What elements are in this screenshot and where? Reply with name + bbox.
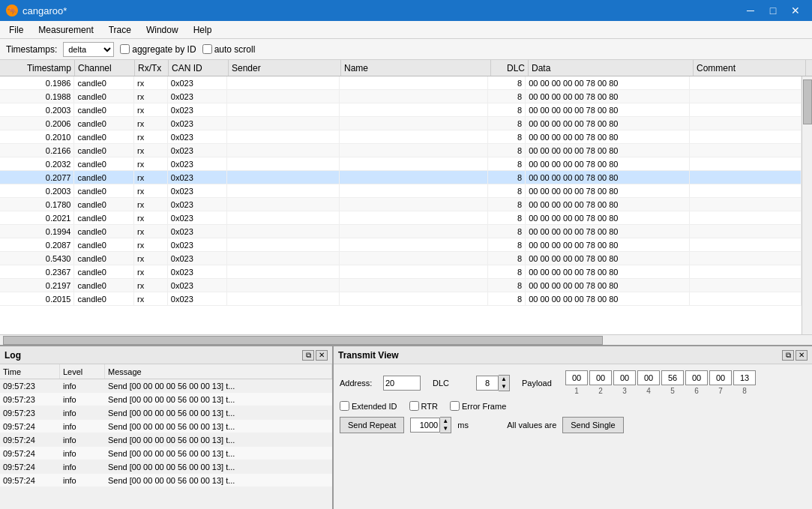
- cell-channel: candle0: [74, 211, 134, 224]
- cell-timestamp: 0.1994: [0, 225, 74, 238]
- trace-row[interactable]: 0.2010 candle0 rx 0x023 8 00 00 00 00 00…: [0, 130, 802, 144]
- log-cell-level: info: [60, 447, 105, 460]
- header-dlc: DLC: [491, 60, 529, 76]
- aggregate-checkbox-label[interactable]: aggregate by ID: [120, 44, 196, 55]
- cell-dlc: 8: [488, 238, 526, 251]
- cell-canid: 0x023: [168, 238, 228, 251]
- log-row[interactable]: 09:57:23 info Send [00 00 00 00 56 00 00…: [0, 406, 332, 420]
- menu-help[interactable]: Help: [187, 23, 218, 37]
- payload-byte-1[interactable]: [565, 370, 588, 385]
- trace-row[interactable]: 0.1986 candle0 rx 0x023 8 00 00 00 00 00…: [0, 76, 802, 90]
- trace-row[interactable]: 0.2077 candle0 rx 0x023 8 00 00 00 00 00…: [0, 171, 802, 184]
- timestamps-select[interactable]: delta absolute relative: [63, 42, 114, 57]
- cell-data: 00 00 00 00 00 78 00 80: [526, 90, 690, 103]
- aggregate-checkbox[interactable]: [120, 44, 130, 54]
- cell-sender: [227, 171, 339, 184]
- trace-row[interactable]: 0.2021 candle0 rx 0x023 8 00 00 00 00 00…: [0, 211, 802, 225]
- cell-channel: candle0: [74, 292, 134, 305]
- payload-byte-8[interactable]: [733, 370, 756, 385]
- cell-timestamp: 0.2010: [0, 130, 74, 143]
- trace-row[interactable]: 0.1988 candle0 rx 0x023 8 00 00 00 00 00…: [0, 90, 802, 103]
- log-cell-time: 09:57:23: [0, 393, 60, 406]
- menu-window[interactable]: Window: [140, 23, 184, 37]
- trace-row[interactable]: 0.2087 candle0 rx 0x023 8 00 00 00 00 00…: [0, 238, 802, 252]
- cell-canid: 0x023: [168, 144, 228, 157]
- cell-comment: [690, 171, 802, 184]
- trace-row[interactable]: 0.2367 candle0 rx 0x023 8 00 00 00 00 00…: [0, 265, 802, 279]
- dlc-increment[interactable]: ▲: [499, 376, 509, 383]
- log-row[interactable]: 09:57:24 info Send [00 00 00 00 56 00 00…: [0, 420, 332, 433]
- aggregate-label: aggregate by ID: [132, 44, 196, 55]
- autoscroll-checkbox[interactable]: [202, 44, 212, 54]
- rtr-checkbox-label[interactable]: RTR: [409, 401, 438, 411]
- payload-byte-6[interactable]: [685, 370, 708, 385]
- cell-timestamp: 0.1988: [0, 90, 74, 103]
- log-row[interactable]: 09:57:23 info Send [00 00 00 00 56 00 00…: [0, 379, 332, 393]
- dlc-decrement[interactable]: ▼: [499, 383, 509, 391]
- payload-byte-4[interactable]: [637, 370, 660, 385]
- error-frame-checkbox-label[interactable]: Error Frame: [450, 401, 506, 411]
- payload-num-3: 3: [613, 387, 636, 395]
- minimize-button[interactable]: ─: [740, 3, 761, 18]
- dlc-input[interactable]: [476, 376, 499, 391]
- trace-row[interactable]: 0.2197 candle0 rx 0x023 8 00 00 00 00 00…: [0, 279, 802, 292]
- cell-channel: candle0: [74, 103, 134, 116]
- cell-sender: [227, 144, 339, 157]
- log-panel-close[interactable]: ✕: [316, 350, 328, 361]
- cell-dlc: 8: [488, 171, 526, 184]
- trace-row[interactable]: 0.2015 candle0 rx 0x023 8 00 00 00 00 00…: [0, 292, 802, 306]
- log-row[interactable]: 09:57:23 info Send [00 00 00 00 56 00 00…: [0, 393, 332, 406]
- close-button[interactable]: ✕: [785, 3, 806, 18]
- maximize-button[interactable]: □: [763, 3, 784, 18]
- payload-byte-5[interactable]: [661, 370, 684, 385]
- transmit-panel-close[interactable]: ✕: [796, 350, 808, 361]
- cell-dlc: 8: [488, 198, 526, 211]
- trace-vertical-scrollbar[interactable]: [802, 76, 812, 334]
- autoscroll-checkbox-label[interactable]: auto scroll: [202, 44, 256, 55]
- trace-hscrollbar-thumb[interactable]: [3, 336, 603, 345]
- trace-row[interactable]: 0.2166 candle0 rx 0x023 8 00 00 00 00 00…: [0, 144, 802, 157]
- ms-decrement[interactable]: ▼: [440, 425, 451, 433]
- trace-row[interactable]: 0.2006 candle0 rx 0x023 8 00 00 00 00 00…: [0, 117, 802, 130]
- trace-scrollbar-thumb[interactable]: [803, 79, 812, 124]
- send-single-button[interactable]: Send Single: [562, 417, 623, 433]
- cell-channel: candle0: [74, 238, 134, 251]
- log-row[interactable]: 09:57:24 info Send [00 00 00 00 56 00 00…: [0, 474, 332, 487]
- send-repeat-button[interactable]: Send Repeat: [340, 417, 404, 433]
- trace-horizontal-scrollbar[interactable]: [0, 334, 812, 345]
- payload-byte-7[interactable]: [709, 370, 732, 385]
- trace-row[interactable]: 0.1780 candle0 rx 0x023 8 00 00 00 00 00…: [0, 198, 802, 211]
- payload-byte-3[interactable]: [613, 370, 636, 385]
- log-row[interactable]: 09:57:24 info Send [00 00 00 00 56 00 00…: [0, 447, 332, 460]
- extended-id-checkbox-label[interactable]: Extended ID: [340, 401, 397, 411]
- cell-comment: [690, 90, 802, 103]
- payload-byte-2[interactable]: [589, 370, 612, 385]
- transmit-panel-restore[interactable]: ⧉: [782, 350, 794, 361]
- trace-row[interactable]: 0.2032 candle0 rx 0x023 8 00 00 00 00 00…: [0, 157, 802, 171]
- menu-file[interactable]: File: [3, 23, 29, 37]
- trace-row[interactable]: 0.1994 candle0 rx 0x023 8 00 00 00 00 00…: [0, 225, 802, 238]
- cell-channel: candle0: [74, 157, 134, 170]
- extended-id-checkbox[interactable]: [340, 401, 349, 411]
- trace-row[interactable]: 0.2003 candle0 rx 0x023 8 00 00 00 00 00…: [0, 184, 802, 198]
- cell-name: [340, 184, 489, 197]
- trace-table-header: Timestamp Channel Rx/Tx CAN ID Sender Na…: [0, 60, 812, 76]
- cell-timestamp: 0.2077: [0, 171, 74, 184]
- ms-input[interactable]: [410, 418, 440, 433]
- dlc-spinbox-buttons: ▲ ▼: [499, 375, 510, 391]
- trace-table-body[interactable]: 0.1986 candle0 rx 0x023 8 00 00 00 00 00…: [0, 76, 802, 334]
- menu-measurement[interactable]: Measurement: [32, 23, 99, 37]
- cell-sender: [227, 157, 339, 170]
- trace-row[interactable]: 0.5430 candle0 rx 0x023 8 00 00 00 00 00…: [0, 252, 802, 265]
- log-row[interactable]: 09:57:24 info Send [00 00 00 00 56 00 00…: [0, 433, 332, 447]
- error-frame-checkbox[interactable]: [450, 401, 460, 411]
- trace-row[interactable]: 0.2003 candle0 rx 0x023 8 00 00 00 00 00…: [0, 103, 802, 117]
- log-row[interactable]: 09:57:24 info Send [00 00 00 00 56 00 00…: [0, 460, 332, 474]
- address-input[interactable]: [383, 376, 421, 391]
- ms-increment[interactable]: ▲: [440, 418, 451, 425]
- log-panel-restore[interactable]: ⧉: [302, 350, 314, 361]
- menu-trace[interactable]: Trace: [103, 23, 137, 37]
- cell-dlc: 8: [488, 252, 526, 265]
- log-table-body[interactable]: 09:57:23 info Send [00 00 00 00 56 00 00…: [0, 379, 332, 509]
- rtr-checkbox[interactable]: [409, 401, 419, 411]
